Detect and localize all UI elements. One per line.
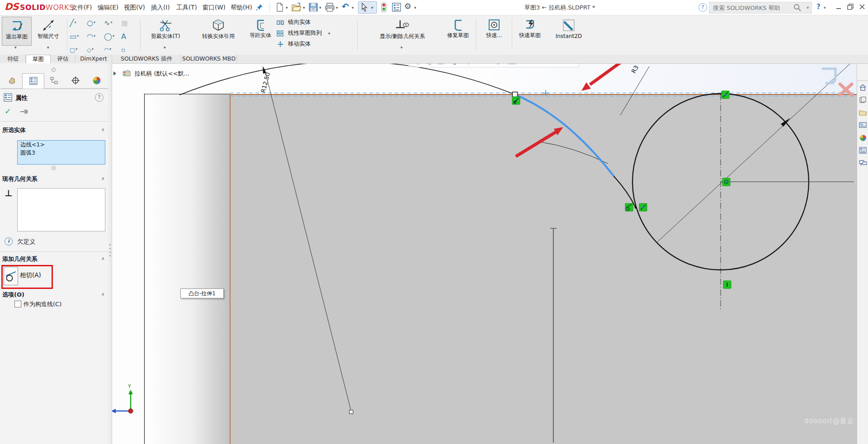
spline-tool[interactable]: ∿▾ [104, 17, 119, 30]
collapse-chevron-icon[interactable]: ∧ [101, 256, 104, 261]
menu-window[interactable]: 窗口(W) [199, 3, 229, 13]
quick-sketch-button[interactable]: 快速草图 [515, 17, 544, 53]
dropdown-caret-icon[interactable]: ▾ [164, 45, 166, 50]
settings-gear-icon[interactable]: ⚙ [404, 1, 411, 11]
forum-icon[interactable] [858, 158, 868, 171]
feature-tree-flyout[interactable]: 拉机柄 (默认<<默... [113, 70, 189, 79]
arc-tool[interactable]: ◠▾ [87, 31, 102, 43]
pin-menu-icon[interactable] [256, 4, 263, 11]
polygon-tool[interactable]: ◇▾ [87, 44, 102, 54]
help-menu-icon[interactable]: ? [816, 3, 821, 11]
select-tool-button[interactable]: ▾ [358, 1, 377, 14]
dropdown-caret-icon[interactable]: ▾ [328, 31, 330, 36]
custom-properties-icon[interactable] [858, 146, 868, 159]
convert-entities-button[interactable]: 转换实体引用 [192, 17, 245, 45]
dimxpert-manager-tab[interactable] [65, 73, 86, 89]
ellipse-tool[interactable]: ◯▾ [104, 31, 119, 43]
display-manager-tab[interactable] [86, 73, 108, 89]
tab-solidworks-addins[interactable]: SOLIDWORKS 插件 [112, 55, 181, 63]
mirror-entities-item[interactable]: 镜向实体 [277, 19, 353, 29]
collapse-chevron-icon[interactable]: ∧ [101, 127, 104, 132]
tab-sketch[interactable]: 草图 [26, 55, 51, 64]
smart-dimension-button[interactable]: 智能尺寸 [33, 17, 63, 45]
new-document-icon[interactable] [275, 2, 285, 12]
print-icon[interactable] [325, 2, 335, 12]
menu-edit[interactable]: 编辑(E) [94, 3, 122, 13]
existing-relations-listbox[interactable] [17, 188, 105, 231]
dropdown-caret-icon[interactable]: ▾ [110, 20, 112, 24]
repair-sketch-button[interactable]: 修复草图 [444, 17, 472, 53]
collapse-chevron-icon[interactable]: ∧ [101, 176, 104, 181]
dropdown-caret-icon[interactable]: ▾ [352, 5, 354, 10]
dropdown-caret-icon[interactable]: ▾ [92, 47, 94, 51]
dropdown-caret-icon[interactable]: ▾ [109, 47, 111, 51]
dropdown-caret-icon[interactable]: ▾ [414, 5, 416, 10]
panel-collapse-handle[interactable] [52, 68, 56, 72]
line-tool[interactable]: ╱▾ [70, 17, 85, 30]
selected-entities-header[interactable]: 所选实体 [2, 126, 26, 134]
tab-evaluate[interactable]: 评估 [51, 55, 75, 63]
quick-snaps-button[interactable]: 快速... [480, 17, 508, 45]
save-icon[interactable] [308, 2, 318, 12]
point-tool[interactable]: ▫ [121, 44, 137, 54]
model-flat-face[interactable] [230, 94, 857, 444]
dropdown-caret-icon[interactable]: ▾ [94, 34, 95, 38]
add-relations-header[interactable]: 添加几何关系 [2, 255, 38, 263]
dropdown-caret-icon[interactable]: ▾ [14, 45, 17, 50]
existing-relations-header[interactable]: 现有几何关系 [2, 175, 38, 183]
tab-features[interactable]: 特征 [1, 55, 26, 63]
rebuild-traffic-light-icon[interactable] [381, 2, 391, 12]
dropdown-caret-icon[interactable]: ▾ [303, 5, 305, 10]
instant2d-button[interactable]: Instant2D [548, 17, 590, 45]
dropdown-caret-icon[interactable]: ▾ [336, 5, 338, 10]
linear-pattern-item[interactable]: 线性草图阵列 ▾ [277, 29, 353, 40]
menu-insert[interactable]: 插入(I) [147, 3, 174, 13]
appearances-icon[interactable] [858, 133, 868, 146]
search-icon[interactable] [793, 4, 802, 12]
window-minimize-icon[interactable] [834, 3, 843, 12]
configuration-manager-tab[interactable] [43, 73, 65, 89]
expand-arrow-icon[interactable] [113, 71, 117, 76]
feature-manager-tab[interactable] [1, 73, 22, 89]
rectangle-tool[interactable]: ▭▾ [70, 31, 85, 43]
window-restore-icon[interactable] [846, 3, 855, 12]
construction-line-checkbox[interactable] [14, 301, 21, 307]
dropdown-caret-icon[interactable]: ▾ [77, 34, 79, 38]
tab-solidworks-mbd[interactable]: SOLIDWORKS MBD [181, 55, 237, 63]
selected-entity-item[interactable]: 圆弧3 [18, 149, 105, 157]
tangent-relation-button[interactable] [4, 267, 18, 285]
selected-entity-item[interactable]: 边线<1> [18, 141, 105, 149]
design-library-icon[interactable] [858, 108, 868, 121]
options-list-icon[interactable] [392, 2, 401, 12]
exit-sketch-button[interactable]: 退出草图 [2, 17, 32, 46]
undo-icon[interactable]: ↶ [342, 1, 349, 11]
help-circle-icon[interactable]: ? [698, 3, 707, 12]
ok-check-icon[interactable]: ✓ [5, 107, 11, 116]
text-tool[interactable]: A [121, 31, 137, 43]
dropdown-caret-icon[interactable]: ▾ [113, 34, 114, 38]
resources-icon[interactable] [858, 95, 868, 108]
dropdown-caret-icon[interactable]: ▾ [75, 20, 76, 24]
fillet-tool[interactable]: ◠▾ [104, 44, 119, 54]
solidworks-help-search-input[interactable] [712, 3, 791, 12]
panel-help-icon[interactable]: ? [95, 93, 104, 102]
offset-entities-button[interactable]: 等距实体 [248, 17, 273, 53]
dropdown-caret-icon[interactable]: ▾ [371, 5, 373, 10]
dropdown-caret-icon[interactable]: ▾ [401, 45, 403, 50]
move-entities-item[interactable]: 移动实体 [277, 40, 353, 51]
dropdown-caret-icon[interactable]: ▾ [824, 5, 826, 10]
property-manager-tab[interactable] [22, 73, 44, 89]
menu-view[interactable]: 视图(V) [120, 3, 149, 13]
selected-entities-listbox[interactable]: 边线<1> 圆弧3 [17, 140, 105, 165]
tangent-relation-label[interactable]: 相切(A) [20, 271, 41, 279]
home-icon[interactable] [858, 82, 868, 95]
dropdown-caret-icon[interactable]: ▾ [807, 5, 809, 10]
feature-tree-root-label[interactable]: 拉机柄 (默认<<默... [134, 70, 189, 77]
panel-splitter[interactable] [108, 63, 112, 444]
collapse-chevron-icon[interactable]: ∧ [101, 292, 104, 297]
construction-line-label[interactable]: 作为构造线(C) [24, 300, 61, 308]
keep-visible-pin-icon[interactable] [20, 109, 29, 115]
dropdown-caret-icon[interactable]: ▾ [94, 20, 95, 24]
dropdown-caret-icon[interactable]: ▾ [319, 5, 321, 10]
menu-file[interactable]: 文件(F) [68, 3, 95, 13]
